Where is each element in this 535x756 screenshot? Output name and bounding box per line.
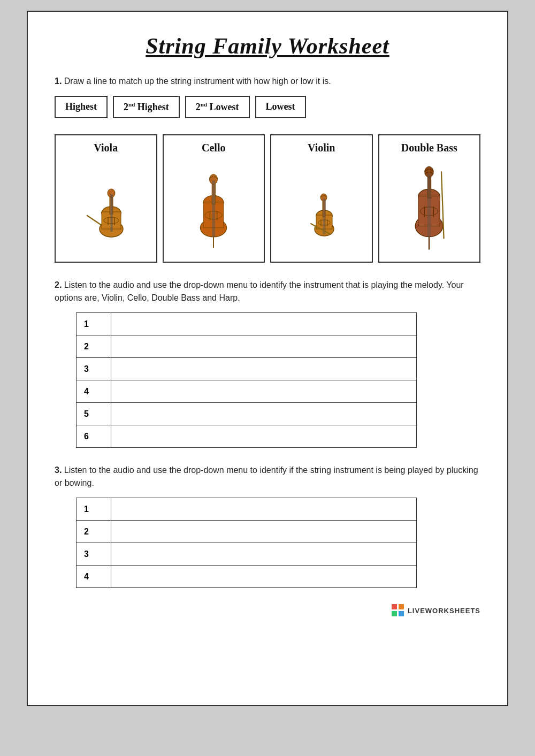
logo-sq3 (392, 611, 397, 616)
table-row: 2 (77, 521, 417, 543)
pitch-label-lowest: Lowest (255, 96, 306, 118)
instrument-doublebass: Double Bass (378, 134, 481, 263)
pitch-label-2nd-lowest: 2nd Lowest (185, 96, 250, 118)
doublebass-name: Double Bass (401, 142, 457, 154)
table-row: 1 (77, 498, 417, 521)
question1-text: 1. Draw a line to match up the string in… (55, 75, 480, 88)
answer-cell[interactable] (111, 498, 417, 521)
footer: LIVEWORKSHEETS (55, 604, 480, 617)
worksheet-page: String Family Worksheet 1. Draw a line t… (27, 11, 508, 706)
row-number: 2 (77, 335, 111, 358)
viola-image (82, 159, 130, 255)
question2-text: 2. Listen to the audio and use the drop-… (55, 279, 480, 304)
instruments-row: Viola (55, 134, 480, 263)
table-row: 6 (77, 425, 417, 448)
row-number: 1 (77, 313, 111, 335)
answer-cell[interactable] (111, 313, 417, 335)
svg-point-31 (318, 220, 330, 225)
row-number: 4 (77, 380, 111, 403)
cello-name: Cello (202, 142, 225, 154)
question3-table: 1 2 3 4 (76, 498, 417, 588)
question3-text: 3. Listen to the audio and use the drop-… (55, 464, 480, 490)
table-row: 4 (77, 380, 417, 403)
logo-squares (392, 604, 404, 617)
table-row: 3 (77, 543, 417, 566)
answer-cell[interactable] (111, 566, 417, 588)
instrument-violin: Violin (270, 134, 373, 263)
logo-sq4 (399, 611, 404, 616)
table-row: 3 (77, 358, 417, 380)
row-number: 2 (77, 521, 111, 543)
liveworksheets-logo: LIVEWORKSHEETS (392, 604, 480, 617)
svg-point-46 (421, 207, 438, 216)
pitch-label-highest: Highest (55, 96, 108, 118)
row-number: 5 (77, 403, 111, 425)
table-row: 2 (77, 335, 417, 358)
footer-text: LIVEWORKSHEETS (408, 607, 480, 615)
violin-image (297, 159, 346, 255)
answer-cell[interactable] (111, 543, 417, 566)
instrument-viola: Viola (55, 134, 157, 263)
pitch-labels-row: Highest 2nd Highest 2nd Lowest Lowest (55, 96, 480, 118)
table-row: 4 (77, 566, 417, 588)
answer-cell[interactable] (111, 521, 417, 543)
q1-number: 1. (55, 77, 62, 86)
question2-table: 1 2 3 4 5 6 (76, 312, 417, 448)
viola-name: Viola (94, 142, 118, 154)
question3-section: 3. Listen to the audio and use the drop-… (55, 464, 480, 588)
page-title: String Family Worksheet (55, 33, 480, 59)
answer-cell[interactable] (111, 425, 417, 448)
q3-number: 3. (55, 465, 62, 475)
svg-rect-49 (427, 174, 431, 197)
logo-sq1 (392, 604, 397, 609)
table-row: 1 (77, 313, 417, 335)
table-row: 5 (77, 403, 417, 425)
row-number: 4 (77, 566, 111, 588)
svg-point-20 (210, 174, 218, 184)
violin-name: Violin (308, 142, 335, 154)
answer-cell[interactable] (111, 403, 417, 425)
svg-point-50 (425, 166, 434, 177)
row-number: 1 (77, 498, 111, 521)
row-number: 3 (77, 358, 111, 380)
question2-section: 2. Listen to the audio and use the drop-… (55, 279, 480, 448)
row-number: 6 (77, 425, 111, 448)
svg-point-16 (205, 211, 222, 219)
instrument-cello: Cello (163, 134, 265, 263)
row-number: 3 (77, 543, 111, 566)
pitch-label-2nd-highest: 2nd Highest (113, 96, 180, 118)
doublebass-image (405, 159, 453, 255)
answer-cell[interactable] (111, 335, 417, 358)
answer-cell[interactable] (111, 358, 417, 380)
cello-image (189, 159, 238, 255)
logo-sq2 (399, 604, 404, 609)
answer-cell[interactable] (111, 380, 417, 403)
q2-number: 2. (55, 280, 62, 289)
